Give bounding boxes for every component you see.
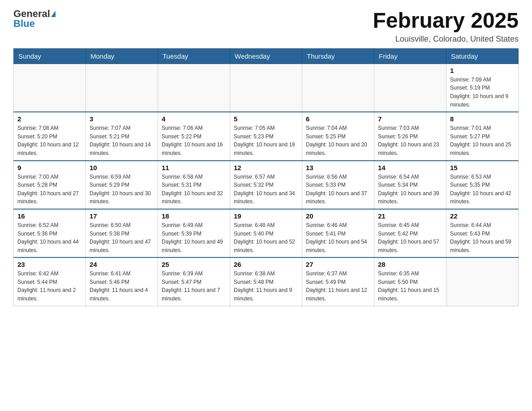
table-row: 1Sunrise: 7:09 AMSunset: 5:19 PMDaylight… — [446, 64, 519, 112]
table-row: 12Sunrise: 6:57 AMSunset: 5:32 PMDayligh… — [230, 161, 302, 209]
table-row: 2Sunrise: 7:08 AMSunset: 5:20 PMDaylight… — [14, 112, 86, 160]
table-row: 19Sunrise: 6:48 AMSunset: 5:40 PMDayligh… — [230, 209, 302, 257]
table-row: 17Sunrise: 6:50 AMSunset: 5:38 PMDayligh… — [86, 209, 158, 257]
day-info: Sunrise: 6:52 AMSunset: 5:36 PMDaylight:… — [17, 221, 82, 254]
table-row: 16Sunrise: 6:52 AMSunset: 5:36 PMDayligh… — [14, 209, 86, 257]
day-info: Sunrise: 6:41 AMSunset: 5:46 PMDaylight:… — [90, 270, 154, 303]
day-info: Sunrise: 6:53 AMSunset: 5:35 PMDaylight:… — [450, 173, 515, 206]
day-number: 18 — [162, 212, 226, 220]
table-row: 14Sunrise: 6:54 AMSunset: 5:34 PMDayligh… — [374, 161, 446, 209]
table-row: 24Sunrise: 6:41 AMSunset: 5:46 PMDayligh… — [86, 257, 158, 306]
day-info: Sunrise: 6:44 AMSunset: 5:43 PMDaylight:… — [450, 221, 515, 254]
day-info: Sunrise: 6:57 AMSunset: 5:32 PMDaylight:… — [234, 173, 298, 206]
day-number: 21 — [378, 212, 442, 220]
table-row: 26Sunrise: 6:38 AMSunset: 5:48 PMDayligh… — [230, 257, 302, 306]
day-info: Sunrise: 6:49 AMSunset: 5:39 PMDaylight:… — [162, 221, 226, 254]
day-number: 1 — [450, 67, 515, 74]
day-number: 26 — [234, 261, 298, 268]
calendar-table: Sunday Monday Tuesday Wednesday Thursday… — [13, 48, 519, 306]
location-text: Louisville, Colorado, United States — [373, 34, 519, 44]
day-info: Sunrise: 7:08 AMSunset: 5:20 PMDaylight:… — [17, 124, 82, 157]
day-info: Sunrise: 7:01 AMSunset: 5:27 PMDaylight:… — [450, 124, 515, 157]
day-number: 15 — [450, 164, 515, 171]
table-row: 21Sunrise: 6:45 AMSunset: 5:42 PMDayligh… — [374, 209, 446, 257]
table-row — [230, 64, 302, 112]
table-row — [302, 64, 374, 112]
table-row: 10Sunrise: 6:59 AMSunset: 5:29 PMDayligh… — [86, 161, 158, 209]
day-number: 23 — [17, 261, 82, 268]
day-number: 2 — [17, 115, 82, 123]
day-number: 7 — [378, 115, 442, 123]
table-row: 28Sunrise: 6:35 AMSunset: 5:50 PMDayligh… — [374, 257, 446, 306]
table-row: 22Sunrise: 6:44 AMSunset: 5:43 PMDayligh… — [446, 209, 519, 257]
day-number: 9 — [17, 164, 82, 171]
table-row: 9Sunrise: 7:00 AMSunset: 5:28 PMDaylight… — [14, 161, 86, 209]
table-row: 11Sunrise: 6:58 AMSunset: 5:31 PMDayligh… — [158, 161, 230, 209]
day-info: Sunrise: 7:04 AMSunset: 5:25 PMDaylight:… — [306, 124, 370, 157]
header-wednesday: Wednesday — [230, 48, 302, 64]
table-row — [14, 64, 86, 112]
logo-blue-text: Blue — [13, 19, 35, 29]
day-info: Sunrise: 7:05 AMSunset: 5:23 PMDaylight:… — [234, 124, 298, 157]
month-title: February 2025 — [373, 9, 519, 33]
day-number: 4 — [162, 115, 226, 123]
day-number: 11 — [162, 164, 226, 171]
logo: General Blue — [13, 9, 56, 29]
day-info: Sunrise: 6:56 AMSunset: 5:33 PMDaylight:… — [306, 173, 370, 206]
table-row: 23Sunrise: 6:42 AMSunset: 5:44 PMDayligh… — [14, 257, 86, 306]
table-row: 13Sunrise: 6:56 AMSunset: 5:33 PMDayligh… — [302, 161, 374, 209]
table-row — [446, 257, 519, 306]
table-row: 25Sunrise: 6:39 AMSunset: 5:47 PMDayligh… — [158, 257, 230, 306]
header-tuesday: Tuesday — [158, 48, 230, 64]
table-row: 7Sunrise: 7:03 AMSunset: 5:26 PMDaylight… — [374, 112, 446, 160]
day-number: 6 — [306, 115, 370, 123]
day-number: 14 — [378, 164, 442, 171]
day-info: Sunrise: 7:09 AMSunset: 5:19 PMDaylight:… — [450, 76, 515, 109]
table-row: 20Sunrise: 6:46 AMSunset: 5:41 PMDayligh… — [302, 209, 374, 257]
day-info: Sunrise: 6:50 AMSunset: 5:38 PMDaylight:… — [90, 221, 154, 254]
table-row: 6Sunrise: 7:04 AMSunset: 5:25 PMDaylight… — [302, 112, 374, 160]
calendar-week-row: 9Sunrise: 7:00 AMSunset: 5:28 PMDaylight… — [14, 161, 519, 209]
day-number: 10 — [90, 164, 154, 171]
table-row: 5Sunrise: 7:05 AMSunset: 5:23 PMDaylight… — [230, 112, 302, 160]
day-number: 25 — [162, 261, 226, 268]
day-number: 5 — [234, 115, 298, 123]
header-saturday: Saturday — [446, 48, 519, 64]
day-number: 20 — [306, 212, 370, 220]
day-info: Sunrise: 7:06 AMSunset: 5:22 PMDaylight:… — [162, 124, 226, 157]
table-row: 27Sunrise: 6:37 AMSunset: 5:49 PMDayligh… — [302, 257, 374, 306]
day-info: Sunrise: 6:42 AMSunset: 5:44 PMDaylight:… — [17, 270, 82, 303]
day-number: 13 — [306, 164, 370, 171]
day-number: 16 — [17, 212, 82, 220]
day-number: 19 — [234, 212, 298, 220]
calendar-week-row: 23Sunrise: 6:42 AMSunset: 5:44 PMDayligh… — [14, 257, 519, 306]
calendar-week-row: 1Sunrise: 7:09 AMSunset: 5:19 PMDaylight… — [14, 64, 519, 112]
day-info: Sunrise: 6:38 AMSunset: 5:48 PMDaylight:… — [234, 270, 298, 303]
day-number: 3 — [90, 115, 154, 123]
header-sunday: Sunday — [14, 48, 86, 64]
day-number: 28 — [378, 261, 442, 268]
day-info: Sunrise: 6:48 AMSunset: 5:40 PMDaylight:… — [234, 221, 298, 254]
title-section: February 2025 Louisville, Colorado, Unit… — [373, 9, 519, 44]
table-row: 15Sunrise: 6:53 AMSunset: 5:35 PMDayligh… — [446, 161, 519, 209]
header-thursday: Thursday — [302, 48, 374, 64]
day-info: Sunrise: 7:07 AMSunset: 5:21 PMDaylight:… — [90, 124, 154, 157]
day-number: 12 — [234, 164, 298, 171]
calendar-header-row: Sunday Monday Tuesday Wednesday Thursday… — [14, 48, 519, 64]
day-number: 17 — [90, 212, 154, 220]
header-friday: Friday — [374, 48, 446, 64]
day-info: Sunrise: 7:00 AMSunset: 5:28 PMDaylight:… — [17, 173, 82, 206]
day-info: Sunrise: 6:54 AMSunset: 5:34 PMDaylight:… — [378, 173, 442, 206]
day-info: Sunrise: 6:45 AMSunset: 5:42 PMDaylight:… — [378, 221, 442, 254]
table-row: 8Sunrise: 7:01 AMSunset: 5:27 PMDaylight… — [446, 112, 519, 160]
day-info: Sunrise: 6:37 AMSunset: 5:49 PMDaylight:… — [306, 270, 370, 303]
day-number: 27 — [306, 261, 370, 268]
calendar-week-row: 16Sunrise: 6:52 AMSunset: 5:36 PMDayligh… — [14, 209, 519, 257]
table-row: 4Sunrise: 7:06 AMSunset: 5:22 PMDaylight… — [158, 112, 230, 160]
logo-general-text: General — [13, 9, 50, 19]
day-info: Sunrise: 6:58 AMSunset: 5:31 PMDaylight:… — [162, 173, 226, 206]
day-info: Sunrise: 6:46 AMSunset: 5:41 PMDaylight:… — [306, 221, 370, 254]
day-info: Sunrise: 6:39 AMSunset: 5:47 PMDaylight:… — [162, 270, 226, 303]
day-info: Sunrise: 6:35 AMSunset: 5:50 PMDaylight:… — [378, 270, 442, 303]
logo-triangle-icon — [51, 11, 56, 17]
